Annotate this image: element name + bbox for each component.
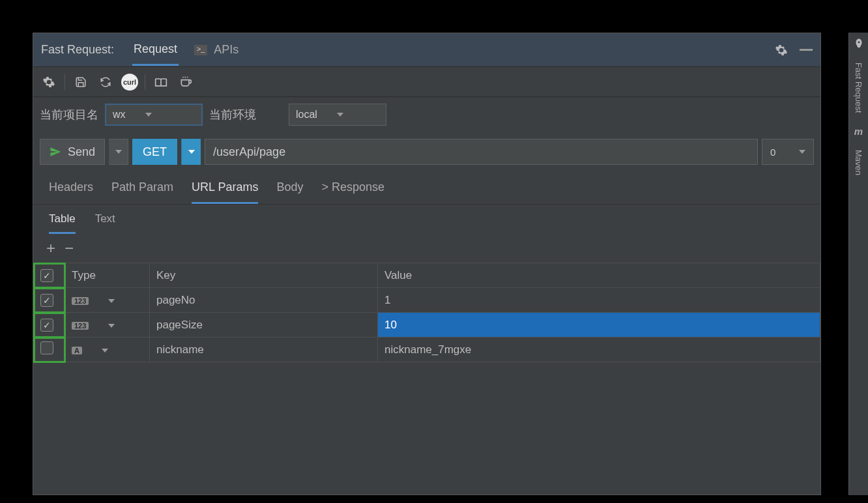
type-icon: 123: [72, 297, 89, 305]
chevron-down-icon: [108, 324, 115, 328]
chevron-down-icon: [115, 150, 122, 154]
settings-icon[interactable]: [40, 73, 58, 91]
count-value: 0: [770, 147, 775, 158]
row-value-cell[interactable]: 10: [378, 313, 820, 338]
gear-icon: [775, 44, 788, 57]
env-label: 当前环境: [209, 107, 256, 122]
chevron-down-icon: [799, 150, 805, 154]
tab-apis-label: APIs: [214, 43, 239, 56]
curl-button[interactable]: curl: [121, 74, 138, 91]
request-tabs: Headers Path Param URL Params Body > Res…: [33, 171, 820, 205]
tab-text[interactable]: Text: [95, 212, 115, 234]
table-row[interactable]: 123pageSize10: [34, 313, 820, 338]
maven-icon: m: [854, 126, 863, 137]
settings-button[interactable]: [774, 42, 789, 58]
table-row[interactable]: Anicknamenickname_7mgxe: [34, 338, 820, 362]
env-value: local: [296, 109, 317, 121]
row-type-cell[interactable]: 123: [65, 313, 150, 338]
chevron-down-icon: [102, 349, 108, 352]
chevron-down-icon: [337, 113, 343, 117]
params-table: Type Key Value 123pageNo1123pageSize10An…: [33, 263, 820, 362]
book-icon[interactable]: [152, 73, 170, 91]
tab-response[interactable]: > Response: [321, 180, 384, 204]
type-icon: 123: [72, 322, 89, 330]
column-header-type: Type: [65, 263, 150, 288]
url-input[interactable]: [205, 139, 758, 165]
rocket-icon[interactable]: [853, 38, 865, 50]
row-key-cell[interactable]: nickname: [150, 338, 378, 362]
check-all[interactable]: [40, 269, 53, 282]
tab-apis[interactable]: >_ APIs: [193, 35, 240, 65]
row-type-cell[interactable]: 123: [65, 288, 150, 313]
send-icon: [50, 146, 61, 158]
save-icon[interactable]: [72, 73, 90, 91]
tab-path-param[interactable]: Path Param: [111, 180, 173, 204]
row-checkbox[interactable]: [40, 294, 53, 307]
row-key-cell[interactable]: pageNo: [150, 288, 378, 313]
right-sidebar: Fast Request m Maven: [848, 33, 868, 495]
row-value-cell[interactable]: nickname_7mgxe: [378, 338, 820, 362]
tab-table[interactable]: Table: [49, 212, 76, 234]
tab-body[interactable]: Body: [276, 180, 303, 204]
project-env-row: 当前项目名 wx 当前环境 local: [33, 97, 820, 132]
send-label: Send: [68, 145, 95, 159]
table-row[interactable]: 123pageNo1: [34, 288, 820, 313]
coffee-icon[interactable]: [177, 73, 195, 91]
add-row-button[interactable]: +: [46, 239, 55, 257]
row-type-cell[interactable]: A: [65, 338, 150, 362]
view-tabs: Table Text: [33, 205, 820, 234]
project-select[interactable]: wx: [105, 104, 203, 126]
tab-url-params[interactable]: URL Params: [192, 180, 258, 204]
separator: [65, 74, 65, 90]
panel-header: Fast Request: Request >_ APIs: [33, 33, 820, 67]
terminal-icon: >_: [194, 45, 207, 55]
column-header-check[interactable]: [34, 263, 65, 288]
type-icon: A: [72, 347, 82, 354]
add-remove-bar: + −: [33, 234, 820, 263]
minimize-button[interactable]: [800, 49, 813, 51]
row-checkbox[interactable]: [40, 341, 53, 354]
chevron-down-icon: [188, 150, 195, 154]
env-select[interactable]: local: [289, 104, 386, 126]
send-button[interactable]: Send: [40, 139, 105, 165]
row-value-cell[interactable]: 1: [378, 288, 820, 313]
top-tabs: Request >_ APIs: [132, 35, 240, 66]
separator: [145, 74, 145, 90]
panel-title: Fast Request:: [41, 43, 114, 57]
refresh-icon[interactable]: [96, 73, 115, 91]
chevron-down-icon: [108, 299, 115, 303]
project-label: 当前项目名: [40, 107, 98, 122]
chevron-down-icon: [145, 113, 152, 117]
row-key-cell[interactable]: pageSize: [150, 313, 378, 338]
sidebar-tab-maven[interactable]: Maven: [854, 150, 863, 175]
action-bar: Send GET 0: [33, 132, 820, 171]
fast-request-panel: Fast Request: Request >_ APIs curl: [33, 33, 821, 495]
tab-headers[interactable]: Headers: [49, 180, 93, 204]
send-dropdown[interactable]: [109, 139, 128, 165]
project-value: wx: [113, 109, 126, 121]
sidebar-tab-fast-request[interactable]: Fast Request: [854, 63, 863, 113]
tab-request[interactable]: Request: [132, 35, 179, 66]
remove-row-button[interactable]: −: [65, 239, 74, 257]
row-check-cell[interactable]: [34, 313, 65, 338]
row-check-cell[interactable]: [34, 338, 65, 362]
toolbar: curl: [33, 67, 820, 97]
row-checkbox[interactable]: [40, 319, 53, 332]
count-select[interactable]: 0: [762, 139, 814, 165]
method-dropdown[interactable]: [181, 139, 201, 165]
row-check-cell[interactable]: [34, 288, 65, 313]
column-header-value: Value: [378, 263, 820, 288]
method-label: GET: [143, 145, 167, 159]
column-header-key: Key: [150, 263, 378, 288]
method-button[interactable]: GET: [132, 139, 177, 165]
